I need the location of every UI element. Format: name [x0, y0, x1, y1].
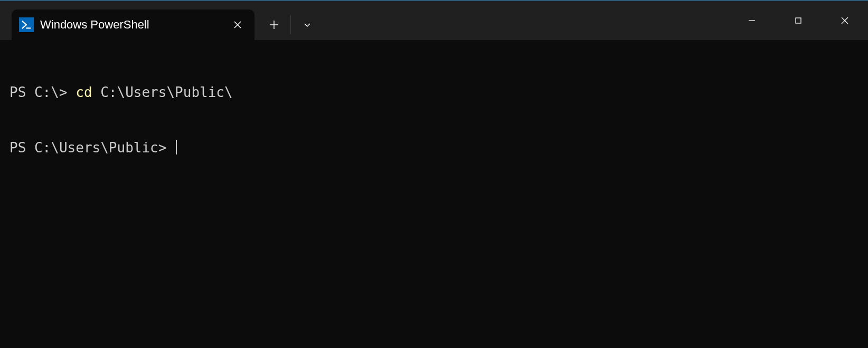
powershell-icon — [19, 17, 34, 32]
terminal-prompt: PS C:\> — [10, 83, 76, 102]
terminal-command: cd — [76, 83, 92, 102]
close-window-button[interactable] — [822, 5, 868, 36]
terminal-body[interactable]: PS C:\> cd C:\Users\Public\ PS C:\Users\… — [0, 40, 868, 182]
tab-active[interactable]: Windows PowerShell — [12, 9, 254, 40]
terminal-prompt: PS C:\Users\Public> — [10, 139, 175, 157]
tab-area: Windows PowerShell — [0, 1, 320, 40]
new-tab-button[interactable] — [261, 12, 287, 38]
tab-divider — [290, 15, 291, 34]
tab-close-button[interactable] — [230, 17, 245, 32]
terminal-argument: C:\Users\Public\ — [92, 83, 233, 102]
window-controls — [729, 1, 868, 40]
terminal-line: PS C:\> cd C:\Users\Public\ — [10, 83, 858, 102]
tab-dropdown-button[interactable] — [294, 12, 320, 38]
tab-controls — [261, 9, 320, 40]
terminal-cursor — [176, 140, 177, 154]
terminal-line: PS C:\Users\Public> — [10, 139, 858, 157]
maximize-button[interactable] — [775, 5, 822, 36]
minimize-button[interactable] — [729, 5, 775, 36]
tab-title: Windows PowerShell — [40, 18, 224, 32]
titlebar: Windows PowerShell — [0, 0, 868, 40]
svg-rect-2 — [796, 18, 801, 23]
